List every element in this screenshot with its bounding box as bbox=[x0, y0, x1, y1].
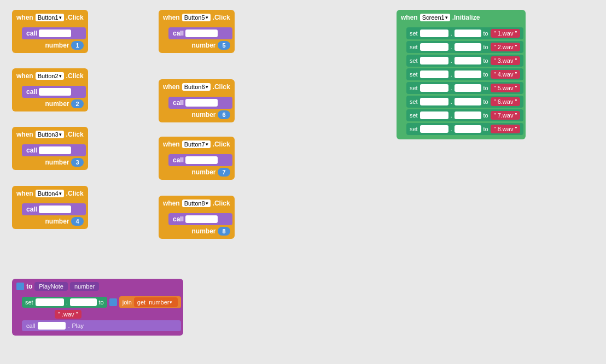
join-block: join get number bbox=[119, 296, 182, 308]
call-sound-play: call Sound1 . Play bbox=[22, 320, 181, 331]
call-lbl-1: call bbox=[26, 30, 37, 37]
playnote-chip-1[interactable]: PlayNote bbox=[39, 30, 71, 37]
set-row-6: set Sound1 . Source to " 6.wav " bbox=[406, 96, 523, 108]
screen1-chip[interactable]: Screen1 bbox=[420, 14, 450, 21]
playnote-proc-block: to PlayNote number set Sound1 . Source t… bbox=[12, 279, 183, 336]
click-label-1: .Click bbox=[66, 14, 84, 21]
num-5: 5 bbox=[218, 41, 230, 50]
num-8: 8 bbox=[218, 227, 230, 236]
proc-icon bbox=[16, 283, 24, 290]
button4-block: when Button4 .Click call PlayNote number… bbox=[12, 186, 88, 229]
join-icon bbox=[109, 298, 117, 306]
playnote-name: PlayNote bbox=[34, 282, 68, 291]
button3-block: when Button3 .Click call PlayNote number… bbox=[12, 127, 88, 170]
num-2: 2 bbox=[71, 99, 83, 108]
when-label-2: when bbox=[16, 72, 33, 80]
button8-block: when Button8 .Click call PlayNote number… bbox=[159, 196, 235, 239]
button2-block: when Button2 .Click call PlayNote number… bbox=[12, 68, 88, 111]
wav-string: " .wav " bbox=[55, 310, 81, 319]
set-row-8: set Sound1 . Source to " 8.wav " bbox=[406, 123, 523, 135]
when-label-1: when bbox=[16, 14, 33, 21]
set-row-5: set Sound1 . Source to " 5.wav " bbox=[406, 82, 523, 94]
get-number-block[interactable]: get number bbox=[134, 297, 178, 307]
button6-block: when Button6 .Click call PlayNote number… bbox=[159, 79, 235, 122]
click-label-2: .Click bbox=[66, 72, 84, 80]
call-playnote-1: call PlayNote bbox=[22, 27, 86, 39]
button5-block: when Button5 .Click call PlayNote number… bbox=[159, 10, 235, 53]
when-screen-lbl: when bbox=[401, 14, 418, 21]
screen-init-block: when Screen1 .Initialize set Sound1 . So… bbox=[397, 10, 526, 139]
button1-block: when Button1 .Click call PlayNote number… bbox=[12, 10, 88, 53]
num-1: 1 bbox=[71, 41, 83, 50]
number-lbl-1: number bbox=[45, 42, 69, 49]
num-4: 4 bbox=[71, 217, 83, 226]
set-row-1: set Sound1 . Source to " 1.wav " bbox=[406, 27, 523, 39]
set-row-4: set Sound1 . Source to " 4.wav " bbox=[406, 68, 523, 80]
set-source-join-row: set Sound1 . Source to join get number bbox=[22, 296, 181, 308]
button2-chip[interactable]: Button2 bbox=[36, 72, 64, 80]
num-7: 7 bbox=[218, 168, 230, 177]
number-param: number bbox=[70, 282, 99, 291]
wav-str-row: " .wav " bbox=[55, 310, 181, 319]
num-3: 3 bbox=[71, 158, 83, 167]
button1-chip[interactable]: Button1 bbox=[36, 14, 64, 21]
set-row-2: set Sound1 . Source to " 2.wav " bbox=[406, 41, 523, 53]
call-playnote-2: call PlayNote bbox=[22, 86, 86, 98]
set-sound-source: set Sound1 . Source to bbox=[22, 297, 107, 308]
set-row-3: set Sound1 . Source to " 3.wav " bbox=[406, 55, 523, 67]
num-6: 6 bbox=[218, 110, 230, 119]
button7-block: when Button7 .Click call PlayNote number… bbox=[159, 137, 235, 180]
set-row-7: set Sound1 . Source to " 7.wav " bbox=[406, 109, 523, 121]
